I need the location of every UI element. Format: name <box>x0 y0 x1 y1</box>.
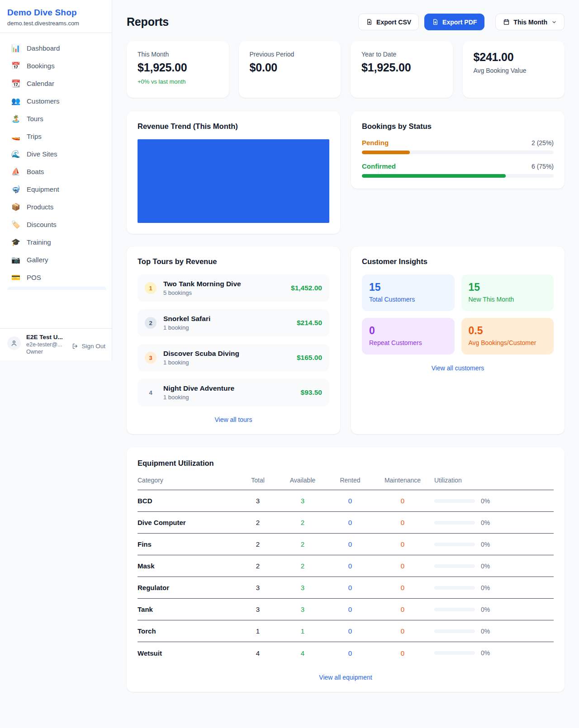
cell-maintenance: 0 <box>373 562 432 570</box>
sidebar-item[interactable]: 🚤 Trips <box>7 128 106 145</box>
status-list: Pending 2 (25%) Confirmed 6 (75%) <box>362 139 554 178</box>
stats-row: This Month $1,925.00 +0% vs last month P… <box>127 41 565 98</box>
col-header-utilization: Utilization <box>432 477 554 484</box>
sign-out-label: Sign Out <box>81 343 105 350</box>
period-dropdown[interactable]: This Month <box>495 14 565 30</box>
sidebar-item[interactable]: 🏝️ Tours <box>7 110 106 128</box>
sidebar-item[interactable]: 📆 Calendar <box>7 75 106 92</box>
equipment-utilization-card: Equipment Utilization Category Total Ava… <box>127 447 565 692</box>
status-value: 2 (25%) <box>532 139 554 147</box>
tour-name: Night Dive Adventure <box>163 384 301 392</box>
page-title: Reports <box>127 15 169 28</box>
tour-bookings: 1 booking <box>163 359 297 366</box>
stat-label: Previous Period <box>250 51 330 58</box>
nav-item-label: Equipment <box>27 185 59 193</box>
brand: Demo Dive Shop demo.test.divestreams.com <box>0 0 112 33</box>
cell-rented: 0 <box>327 519 373 526</box>
nav-item-label: Training <box>27 238 51 246</box>
sidebar-item[interactable]: 🤿 Equipment <box>7 180 106 198</box>
view-all-tours-link[interactable]: View all tours <box>138 416 329 423</box>
cell-available: 2 <box>278 562 327 570</box>
tour-name: Snorkel Safari <box>163 315 297 323</box>
status-bar-fill <box>362 151 410 154</box>
table-row: BCD 3 3 0 0 0% <box>138 490 554 512</box>
cell-maintenance: 0 <box>373 497 432 505</box>
sidebar-item[interactable]: ⛵ Boats <box>7 163 106 180</box>
export-pdf-label: Export PDF <box>442 19 477 26</box>
utilization-bar-track <box>434 564 475 568</box>
file-export-icon <box>432 19 439 25</box>
cell-rented: 0 <box>327 562 373 570</box>
nav-item-label: Boats <box>27 168 44 175</box>
nav-item-icon: 📅 <box>11 61 21 70</box>
stat-card-previous-period: Previous Period $0.00 <box>239 41 341 98</box>
stat-card-avg-booking-value: $241.00 Avg Booking Value <box>463 41 565 98</box>
cell-available: 3 <box>278 584 327 591</box>
rank-badge: 4 <box>145 387 157 398</box>
sidebar-item-reports-partial[interactable] <box>7 287 106 290</box>
sidebar-item[interactable]: 📷 Gallery <box>7 251 106 269</box>
tour-bookings: 5 bookings <box>163 289 291 296</box>
sidebar-item[interactable]: 📊 Dashboard <box>7 39 106 57</box>
status-bar-track <box>362 151 554 154</box>
utilization-bar-track <box>434 651 475 655</box>
cell-rented: 0 <box>327 605 373 613</box>
status-bar-track <box>362 174 554 178</box>
nav-item-icon: 🚤 <box>11 132 21 141</box>
logout-icon <box>72 343 79 350</box>
insight-tile: 15 Total Customers <box>362 274 455 311</box>
utilization-bar-track <box>434 521 475 525</box>
sidebar-item[interactable]: 🏷️ Discounts <box>7 216 106 233</box>
tour-amount: $1,452.00 <box>291 284 322 292</box>
cell-available: 3 <box>278 605 327 613</box>
cell-rented: 0 <box>327 627 373 635</box>
tour-bookings: 1 booking <box>163 324 297 331</box>
nav-item-label: Products <box>27 203 53 211</box>
user-role: Owner <box>26 349 67 355</box>
cell-available: 3 <box>278 497 327 505</box>
sidebar-item[interactable]: 🌊 Dive Sites <box>7 145 106 163</box>
insight-tiles: 15 Total Customers 15 New This Month 0 R… <box>362 274 554 355</box>
nav-item-label: Discounts <box>27 221 57 228</box>
sidebar-item[interactable]: 👥 Customers <box>7 92 106 110</box>
col-header-available: Available <box>278 477 327 484</box>
sidebar-item[interactable]: 📦 Products <box>7 198 106 216</box>
cell-total: 3 <box>238 605 278 613</box>
nav-item-icon: 👥 <box>11 97 21 105</box>
sidebar-item[interactable]: 🎓 Training <box>7 233 106 251</box>
nav-item-icon: 📆 <box>11 79 21 88</box>
equipment-table-header: Category Total Available Rented Maintena… <box>138 470 554 490</box>
main-content: Reports Export CSV Export PDF This Month <box>112 0 579 710</box>
cell-category: Torch <box>138 627 238 635</box>
insight-value: 0.5 <box>469 325 547 337</box>
insight-label: New This Month <box>469 296 547 303</box>
view-all-equipment-link[interactable]: View all equipment <box>138 674 554 681</box>
insight-value: 15 <box>469 281 547 293</box>
stat-card-year-to-date: Year to Date $1,925.00 <box>351 41 453 98</box>
cell-utilization: 0% <box>481 584 490 591</box>
cell-rented: 0 <box>327 497 373 505</box>
cell-available: 4 <box>278 649 327 657</box>
cell-total: 4 <box>238 649 278 657</box>
cell-available: 1 <box>278 627 327 635</box>
insight-value: 0 <box>369 325 447 337</box>
insight-label: Repeat Customers <box>369 339 447 346</box>
cell-total: 3 <box>238 497 278 505</box>
view-all-customers-link[interactable]: View all customers <box>362 364 554 372</box>
export-csv-button[interactable]: Export CSV <box>358 14 419 30</box>
insights-row: Top Tours by Revenue 1 Two Tank Morning … <box>127 246 565 434</box>
nav-item-label: Calendar <box>27 80 54 87</box>
cell-total: 2 <box>238 540 278 548</box>
status-label: Confirmed <box>362 162 396 170</box>
export-pdf-button[interactable]: Export PDF <box>424 14 484 30</box>
sign-out-button[interactable]: Sign Out <box>72 343 105 350</box>
sidebar-item[interactable]: 📅 Bookings <box>7 57 106 75</box>
nav-item-icon: 📊 <box>11 44 21 52</box>
sidebar-item[interactable]: 💳 POS <box>7 269 106 286</box>
nav-item-label: Dive Sites <box>27 150 57 158</box>
cell-utilization: 0% <box>481 519 490 526</box>
table-row: Mask 2 2 0 0 0% <box>138 555 554 577</box>
sidebar: Demo Dive Shop demo.test.divestreams.com… <box>0 0 112 360</box>
tour-row: 3 Discover Scuba Diving 1 booking $165.0… <box>138 344 329 371</box>
cell-utilization: 0% <box>481 497 490 505</box>
